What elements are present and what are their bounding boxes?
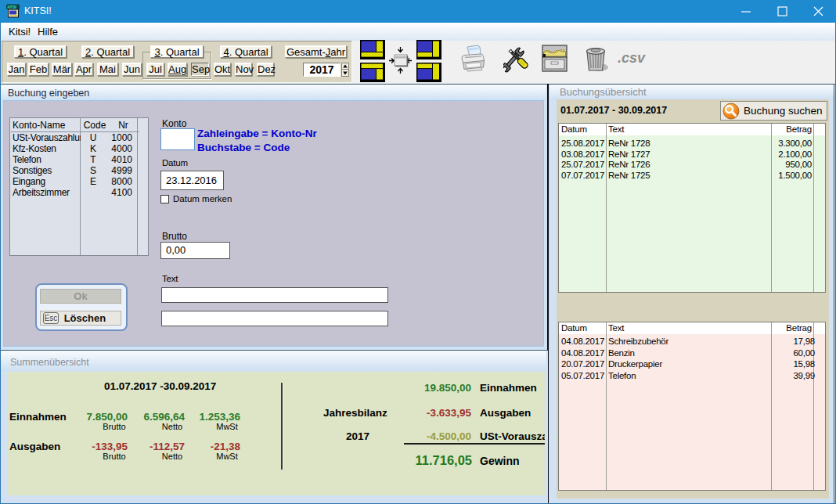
svg-text:KITSI!: KITSI!: [8, 5, 17, 9]
